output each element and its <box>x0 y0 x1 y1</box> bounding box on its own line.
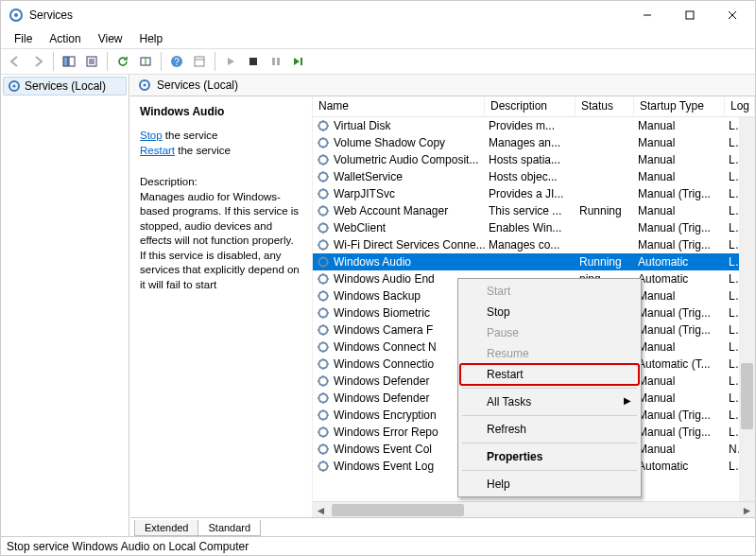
menu-separator <box>462 443 637 443</box>
start-service-button[interactable] <box>220 51 241 72</box>
service-description: Manages co... <box>485 238 576 252</box>
service-startup: Automatic <box>634 255 725 269</box>
service-startup: Manual <box>634 340 725 354</box>
context-start[interactable]: Start <box>460 281 639 302</box>
gear-icon <box>317 221 330 235</box>
svg-rect-14 <box>249 58 257 65</box>
svg-point-19 <box>13 85 16 88</box>
restart-link[interactable]: Restart <box>140 145 175 156</box>
horizontal-scrollbar[interactable]: ◄ ► <box>313 501 755 517</box>
scroll-right-icon[interactable]: ► <box>739 502 755 517</box>
svg-rect-16 <box>277 58 280 65</box>
pause-service-button[interactable] <box>266 51 286 72</box>
tab-extended[interactable]: Extended <box>134 520 198 536</box>
table-row[interactable]: Volumetric Audio Composit...Hosts spatia… <box>313 151 755 168</box>
table-row[interactable]: Virtual DiskProvides m...ManualLoca <box>313 117 755 134</box>
menu-action[interactable]: Action <box>42 30 88 47</box>
service-name: Web Account Manager <box>334 204 448 217</box>
body: Services (Local) Services (Local) Window… <box>1 75 755 536</box>
context-help[interactable]: Help <box>460 474 639 495</box>
table-row[interactable]: Windows AudioRunningAutomaticLoca <box>313 253 755 270</box>
table-row[interactable]: WalletServiceHosts objec...ManualLoca <box>313 168 755 185</box>
context-menu: Start Stop Pause Resume Restart All Task… <box>457 278 642 497</box>
menu-help[interactable]: Help <box>132 30 171 47</box>
export-button[interactable] <box>135 51 156 72</box>
svg-point-1 <box>14 13 18 17</box>
minimize-button[interactable] <box>626 2 668 28</box>
service-startup: Manual <box>634 119 725 132</box>
window-title: Services <box>29 9 626 22</box>
table-row[interactable]: WarpJITSvcProvides a JI...Manual (Trig..… <box>313 185 755 202</box>
stop-service-button[interactable] <box>243 51 264 72</box>
vertical-scrollbar[interactable] <box>739 117 755 501</box>
context-properties[interactable]: Properties <box>460 446 639 467</box>
menu-file[interactable]: File <box>7 30 40 47</box>
service-startup: Manual <box>634 136 725 149</box>
context-resume[interactable]: Resume <box>460 343 639 364</box>
stop-link[interactable]: Stop <box>140 130 163 141</box>
service-startup: Manual <box>634 289 725 303</box>
services-icon <box>8 79 21 93</box>
context-pause[interactable]: Pause <box>460 322 639 343</box>
service-status: Running <box>576 204 634 217</box>
service-startup: Manual <box>634 204 725 217</box>
context-restart[interactable]: Restart <box>460 364 639 385</box>
gear-icon <box>317 289 330 303</box>
service-name: Wi-Fi Direct Services Conne... <box>334 238 485 252</box>
gear-icon <box>317 255 330 269</box>
gear-icon <box>317 306 330 320</box>
table-row[interactable]: Wi-Fi Direct Services Conne...Manages co… <box>313 236 755 253</box>
col-status[interactable]: Status <box>576 96 634 116</box>
properties-button[interactable] <box>189 51 210 72</box>
back-button[interactable] <box>5 51 26 72</box>
gear-icon <box>317 119 330 132</box>
service-startup: Manual <box>634 170 725 183</box>
service-name: Windows Connectio <box>334 357 434 371</box>
table-row[interactable]: Web Account ManagerThis service ...Runni… <box>313 202 755 219</box>
status-bar: Stop service Windows Audio on Local Comp… <box>1 536 755 555</box>
context-all-tasks[interactable]: All Tasks▶ <box>460 391 639 412</box>
col-name[interactable]: Name <box>313 96 485 116</box>
help-button[interactable]: ? <box>166 51 187 72</box>
table-row[interactable]: WebClientEnables Win...Manual (Trig...Lo… <box>313 219 755 236</box>
scroll-left-icon[interactable]: ◄ <box>313 502 329 517</box>
col-startup-type[interactable]: Startup Type <box>634 96 725 116</box>
menu-separator <box>462 415 637 416</box>
restart-service-button[interactable] <box>288 51 309 72</box>
toolbar: ? <box>1 48 755 75</box>
right-pane: Services (Local) Windows Audio Stop the … <box>129 75 755 536</box>
service-name: Windows Connect N <box>334 340 437 354</box>
refresh-button[interactable] <box>112 51 133 72</box>
col-logon[interactable]: Log <box>725 96 755 116</box>
svg-rect-12 <box>195 57 204 66</box>
tree-item-services-local[interactable]: Services (Local) <box>3 77 127 96</box>
service-description: Manages an... <box>485 136 576 149</box>
tab-standard[interactable]: Standard <box>198 520 261 536</box>
export-list-button[interactable] <box>81 51 102 72</box>
gear-icon <box>317 408 330 422</box>
show-hide-tree-button[interactable] <box>59 51 79 72</box>
close-button[interactable] <box>711 2 753 28</box>
col-description[interactable]: Description <box>485 96 576 116</box>
gear-icon <box>317 238 330 252</box>
context-stop[interactable]: Stop <box>460 302 639 322</box>
gear-icon <box>317 374 330 388</box>
status-text: Stop service Windows Audio on Local Comp… <box>7 540 249 553</box>
service-startup: Manual <box>634 153 725 166</box>
svg-rect-15 <box>272 58 275 65</box>
menu-separator <box>462 470 637 471</box>
forward-button[interactable] <box>27 51 48 72</box>
maximize-button[interactable] <box>668 2 711 28</box>
description-text: Manages audio for Windows-based programs… <box>140 190 302 293</box>
service-description: Enables Win... <box>485 221 576 235</box>
service-startup: Manual (Trig... <box>634 306 725 320</box>
service-name: Windows Camera F <box>334 323 433 337</box>
service-name: WebClient <box>334 221 386 235</box>
menu-view[interactable]: View <box>91 30 130 47</box>
gear-icon <box>317 153 330 166</box>
context-refresh[interactable]: Refresh <box>460 419 639 440</box>
svg-rect-6 <box>63 57 68 66</box>
table-row[interactable]: Volume Shadow CopyManages an...ManualLoc… <box>313 134 755 151</box>
right-header: Services (Local) <box>130 75 755 96</box>
service-startup: Manual (Trig... <box>634 238 725 252</box>
